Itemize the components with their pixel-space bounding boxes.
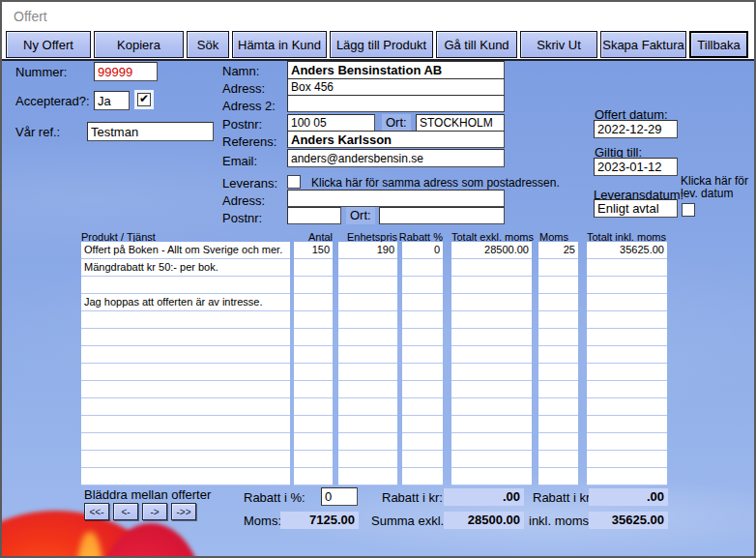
- skapa-faktura-button[interactable]: Skapa Faktura: [600, 31, 686, 58]
- grid-cell-rabatt-row-8[interactable]: [402, 381, 443, 398]
- leveransdatum-input[interactable]: [594, 199, 678, 218]
- grid-cell-rabatt-row-13[interactable]: [402, 468, 443, 485]
- next-record-button[interactable]: ->: [142, 503, 167, 520]
- offert-datum-input[interactable]: [594, 120, 678, 138]
- grid-cell-antal-row-0[interactable]: 150: [294, 242, 333, 259]
- same-address-checkbox[interactable]: [287, 175, 301, 189]
- grid-cell-produkt-row-0[interactable]: Offert på Boken - Allt om Sverige och me…: [81, 242, 290, 259]
- ort-input[interactable]: [416, 114, 505, 132]
- grid-cell-inkl-row-9[interactable]: [587, 398, 667, 416]
- grid-cell-produkt-row-11[interactable]: [81, 433, 290, 451]
- grid-cell-exkl-row-6[interactable]: [451, 346, 532, 364]
- grid-cell-enhetspris-row-6[interactable]: [338, 346, 397, 364]
- grid-cell-enhetspris-row-0[interactable]: 190: [338, 242, 397, 259]
- grid-cell-rabatt-row-9[interactable]: [402, 398, 443, 416]
- leverans-adress-input[interactable]: [287, 190, 505, 207]
- grid-cell-moms-row-1[interactable]: [538, 259, 578, 277]
- grid-cell-rabatt-row-4[interactable]: [402, 311, 443, 329]
- giltig-till-input[interactable]: [594, 158, 678, 176]
- grid-cell-exkl-row-1[interactable]: [451, 259, 532, 277]
- nummer-input[interactable]: [94, 62, 158, 81]
- adress2-input[interactable]: [287, 95, 505, 112]
- grid-cell-produkt-row-10[interactable]: [81, 416, 290, 433]
- grid-cell-enhetspris-row-3[interactable]: [338, 294, 397, 311]
- grid-cell-inkl-row-7[interactable]: [587, 364, 667, 381]
- grid-cell-enhetspris-row-12[interactable]: [338, 451, 397, 468]
- ga-till-kund-button[interactable]: Gå till Kund: [436, 31, 517, 58]
- grid-cell-exkl-row-11[interactable]: [451, 433, 532, 451]
- grid-cell-produkt-row-6[interactable]: [81, 346, 290, 364]
- grid-cell-rabatt-row-3[interactable]: [402, 294, 443, 311]
- grid-cell-enhetspris-row-9[interactable]: [338, 398, 397, 416]
- grid-cell-produkt-row-12[interactable]: [81, 451, 290, 468]
- grid-cell-moms-row-3[interactable]: [538, 294, 578, 311]
- grid-cell-inkl-row-5[interactable]: [587, 329, 667, 346]
- grid-cell-moms-row-2[interactable]: [538, 277, 578, 294]
- var-ref-input[interactable]: [87, 122, 214, 141]
- grid-cell-antal-row-5[interactable]: [294, 329, 333, 346]
- grid-cell-produkt-row-1[interactable]: Mängdrabatt kr 50:- per bok.: [81, 259, 290, 277]
- ny-offert-button[interactable]: Ny Offert: [6, 31, 91, 58]
- grid-cell-antal-row-2[interactable]: [294, 277, 333, 294]
- grid-cell-rabatt-row-6[interactable]: [402, 346, 443, 364]
- grid-cell-rabatt-row-5[interactable]: [402, 329, 443, 346]
- grid-cell-produkt-row-3[interactable]: Jag hoppas att offerten är av intresse.: [81, 294, 290, 311]
- grid-cell-rabatt-row-0[interactable]: 0: [402, 242, 443, 259]
- grid-cell-antal-row-1[interactable]: [294, 259, 333, 277]
- grid-cell-exkl-row-12[interactable]: [451, 451, 532, 468]
- grid-cell-antal-row-4[interactable]: [294, 311, 333, 329]
- grid-cell-inkl-row-8[interactable]: [587, 381, 667, 398]
- email-input[interactable]: [287, 149, 505, 167]
- lev-datum-checkbox[interactable]: [682, 203, 695, 217]
- grid-cell-moms-row-10[interactable]: [538, 416, 578, 433]
- grid-cell-moms-row-13[interactable]: [538, 468, 578, 485]
- grid-cell-enhetspris-row-2[interactable]: [338, 277, 397, 294]
- grid-cell-exkl-row-3[interactable]: [451, 294, 532, 311]
- grid-cell-rabatt-row-2[interactable]: [402, 277, 443, 294]
- grid-cell-moms-row-7[interactable]: [538, 364, 578, 381]
- grid-cell-produkt-row-13[interactable]: [81, 468, 290, 485]
- skriv-ut-button[interactable]: Skriv Ut: [520, 31, 597, 58]
- accepterad-checkbox[interactable]: ✔: [137, 93, 151, 106]
- grid-cell-produkt-row-9[interactable]: [81, 398, 290, 416]
- referens-input[interactable]: [287, 131, 505, 148]
- grid-cell-antal-row-11[interactable]: [294, 433, 333, 451]
- grid-cell-antal-row-3[interactable]: [294, 294, 333, 311]
- grid-cell-produkt-row-2[interactable]: [81, 277, 290, 294]
- grid-cell-inkl-row-12[interactable]: [587, 451, 667, 468]
- grid-cell-enhetspris-row-8[interactable]: [338, 381, 397, 398]
- previous-record-button[interactable]: <-: [113, 503, 138, 520]
- grid-cell-moms-row-6[interactable]: [538, 346, 578, 364]
- grid-cell-enhetspris-row-1[interactable]: [338, 259, 397, 277]
- grid-cell-rabatt-row-11[interactable]: [402, 433, 443, 451]
- leverans-postnr-input[interactable]: [287, 207, 341, 224]
- grid-cell-inkl-row-2[interactable]: [587, 277, 667, 294]
- grid-cell-exkl-row-2[interactable]: [451, 277, 532, 294]
- grid-cell-antal-row-9[interactable]: [294, 398, 333, 416]
- rabatt-pct-input[interactable]: [321, 487, 358, 506]
- grid-cell-moms-row-0[interactable]: 25: [538, 242, 578, 259]
- grid-cell-enhetspris-row-13[interactable]: [338, 468, 397, 485]
- grid-cell-moms-row-5[interactable]: [538, 329, 578, 346]
- grid-cell-exkl-row-5[interactable]: [451, 329, 532, 346]
- postnr-input[interactable]: [287, 114, 375, 132]
- grid-cell-antal-row-10[interactable]: [294, 416, 333, 433]
- grid-cell-inkl-row-1[interactable]: [587, 259, 667, 277]
- grid-cell-exkl-row-9[interactable]: [451, 398, 532, 416]
- grid-cell-antal-row-7[interactable]: [294, 364, 333, 381]
- grid-cell-moms-row-11[interactable]: [538, 433, 578, 451]
- last-record-button[interactable]: ->>: [171, 503, 196, 520]
- grid-cell-antal-row-8[interactable]: [294, 381, 333, 398]
- grid-cell-enhetspris-row-10[interactable]: [338, 416, 397, 433]
- grid-cell-exkl-row-13[interactable]: [451, 468, 532, 485]
- grid-cell-enhetspris-row-5[interactable]: [338, 329, 397, 346]
- grid-cell-exkl-row-10[interactable]: [451, 416, 532, 433]
- grid-cell-produkt-row-5[interactable]: [81, 329, 290, 346]
- grid-cell-exkl-row-4[interactable]: [451, 311, 532, 329]
- grid-cell-rabatt-row-10[interactable]: [402, 416, 443, 433]
- grid-cell-moms-row-4[interactable]: [538, 311, 578, 329]
- grid-cell-produkt-row-8[interactable]: [81, 381, 290, 398]
- adress-input[interactable]: [287, 78, 505, 96]
- grid-cell-antal-row-6[interactable]: [294, 346, 333, 364]
- grid-cell-exkl-row-7[interactable]: [451, 364, 532, 381]
